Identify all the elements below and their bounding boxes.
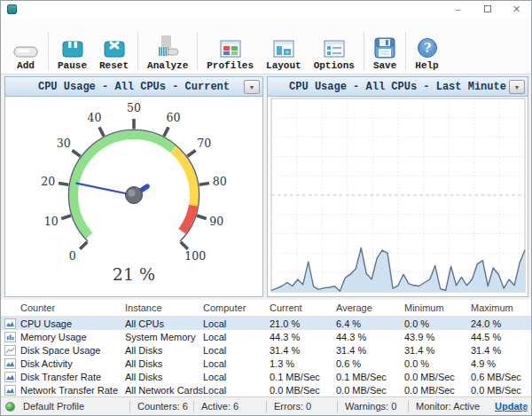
svg-text:10: 10 xyxy=(44,215,59,228)
gauge-panel-title: CPU Usage - All CPUs - Current xyxy=(38,81,230,93)
reset-icon xyxy=(102,35,127,59)
options-button[interactable]: Options xyxy=(308,35,361,71)
svg-text:60: 60 xyxy=(167,111,181,124)
minimize-button[interactable]: – xyxy=(443,1,473,17)
column-header-minimum[interactable]: Minimum xyxy=(404,302,471,313)
gauge-panel: CPU Usage - All CPUs - Current ▼ 0102030… xyxy=(4,76,263,297)
status-active: Active: 6 xyxy=(194,397,266,415)
cpu-history-chart xyxy=(268,97,528,296)
add-label: Add xyxy=(17,60,35,71)
svg-text:90: 90 xyxy=(209,215,223,228)
analyze-button[interactable]: Analyze xyxy=(141,35,194,71)
profiles-label: Profiles xyxy=(207,60,254,71)
cell-minimum: 0.0 % xyxy=(404,358,471,369)
cell-counter: Network Transfer Rate xyxy=(1,385,125,396)
profiles-icon xyxy=(220,35,241,59)
cell-computer: Local xyxy=(203,332,270,342)
status-led-icon xyxy=(5,402,15,412)
cell-instance: All Network Cards xyxy=(125,385,203,396)
history-panel-title: CPU Usage - All CPUs - Last Minute xyxy=(289,81,506,93)
help-icon: ? xyxy=(417,35,438,59)
cell-maximum: 31.4 % xyxy=(471,345,531,356)
history-panel: CPU Usage - All CPUs - Last Minute ▼ xyxy=(267,76,528,297)
table-header[interactable]: Counter Instance Computer Current Averag… xyxy=(1,300,531,317)
save-button[interactable]: Save xyxy=(367,35,403,71)
cell-current: 0.1 MB/Sec xyxy=(270,372,336,382)
cell-computer: Local xyxy=(203,318,270,329)
options-label: Options xyxy=(314,60,355,71)
options-icon xyxy=(324,35,345,59)
svg-text:21 %: 21 % xyxy=(113,264,155,284)
table-rows: CPU UsageAll CPUsLocal21.0 %6.4 %0.0 %24… xyxy=(1,317,531,396)
status-counters: Counters: 6 xyxy=(130,397,193,415)
toolbar-separator xyxy=(48,32,49,69)
profiles-button[interactable]: Profiles xyxy=(200,35,260,71)
resize-grip[interactable] xyxy=(522,406,529,413)
cell-instance: All Disks xyxy=(125,345,203,356)
analyze-icon xyxy=(154,35,181,59)
cell-average: 0.1 MB/Sec xyxy=(336,372,404,382)
close-button[interactable]: ✕ xyxy=(502,1,531,17)
layout-button[interactable]: » Layout xyxy=(260,35,308,71)
cell-current: 31.4 % xyxy=(270,345,336,356)
area-chart-icon xyxy=(4,358,16,369)
svg-text:40: 40 xyxy=(88,111,102,124)
pause-button[interactable]: Pause xyxy=(51,35,93,71)
pause-icon xyxy=(60,35,85,59)
svg-text:30: 30 xyxy=(57,137,71,150)
svg-text:80: 80 xyxy=(213,175,227,188)
table-row[interactable]: CPU UsageAll CPUsLocal21.0 %6.4 %0.0 %24… xyxy=(1,317,531,330)
window-controls: – ✕ xyxy=(443,1,531,17)
table-row[interactable]: Disk Space UsageAll DisksLocal31.4 %31.4… xyxy=(1,343,531,357)
table-row[interactable]: Disk Transfer RateAll DisksLocal0.1 MB/S… xyxy=(1,370,531,383)
column-header-instance[interactable]: Instance xyxy=(125,302,203,313)
cell-minimum: 31.4 % xyxy=(404,345,471,356)
svg-text:50: 50 xyxy=(127,101,141,114)
add-button[interactable]: Add xyxy=(6,35,45,71)
statusbar: Default Profile Counters: 6 Active: 6 Er… xyxy=(1,396,531,415)
status-monitor: Monitor: Active xyxy=(409,397,486,415)
cell-current: 44.3 % xyxy=(270,332,336,342)
column-header-counter[interactable]: Counter xyxy=(1,302,125,313)
cell-minimum: 0.0 MB/Sec xyxy=(404,385,471,396)
cell-instance: System Memory xyxy=(125,332,203,342)
cell-instance: All CPUs xyxy=(125,318,203,329)
status-errors: Errors: 0 xyxy=(267,397,337,415)
reset-button[interactable]: Reset xyxy=(93,35,135,71)
column-header-computer[interactable]: Computer xyxy=(203,302,270,313)
maximize-button[interactable] xyxy=(473,1,502,17)
gauge-panel-body: 010203040506070809010021 % xyxy=(4,97,263,297)
cell-counter: Memory Usage xyxy=(1,332,125,342)
cell-instance: All Disks xyxy=(125,358,203,369)
cell-average: 31.4 % xyxy=(336,345,404,356)
cell-minimum: 0.0 MB/Sec xyxy=(404,372,471,382)
app-icon xyxy=(7,4,17,14)
help-button[interactable]: ? Help xyxy=(409,35,444,71)
svg-text:»: » xyxy=(286,49,289,56)
save-label: Save xyxy=(373,60,396,71)
column-header-current[interactable]: Current xyxy=(270,302,336,313)
cell-average: 44.3 % xyxy=(336,332,404,342)
maximize-icon xyxy=(484,5,491,12)
table-row[interactable]: Network Transfer RateAll Network CardsLo… xyxy=(1,383,531,396)
cell-maximum: 44.5 % xyxy=(471,332,531,342)
history-panel-dropdown-button[interactable]: ▼ xyxy=(509,80,525,94)
cell-current: 0.0 MB/Sec xyxy=(270,385,336,396)
app-window: – ✕ Add Pause Reset xyxy=(0,0,532,416)
line-chart-icon xyxy=(4,345,16,356)
toolbar-separator xyxy=(197,32,198,69)
cell-maximum: 24.0 % xyxy=(471,318,531,329)
cell-current: 21.0 % xyxy=(270,318,336,329)
counters-table: Counter Instance Computer Current Averag… xyxy=(1,300,531,396)
cell-average: 0.6 % xyxy=(336,358,404,369)
column-header-average[interactable]: Average xyxy=(336,302,404,313)
table-row[interactable]: Memory UsageSystem MemoryLocal44.3 %44.3… xyxy=(1,330,531,343)
table-row[interactable]: Disk ActivityAll DisksLocal1.3 %0.6 %0.0… xyxy=(1,357,531,370)
pause-label: Pause xyxy=(58,60,87,71)
cell-current: 1.3 % xyxy=(270,358,336,369)
add-icon xyxy=(12,35,39,59)
svg-text:70: 70 xyxy=(197,137,211,150)
column-header-maximum[interactable]: Maximum xyxy=(471,302,531,313)
gauge-panel-dropdown-button[interactable]: ▼ xyxy=(244,80,260,94)
toolbar-separator xyxy=(137,32,138,69)
